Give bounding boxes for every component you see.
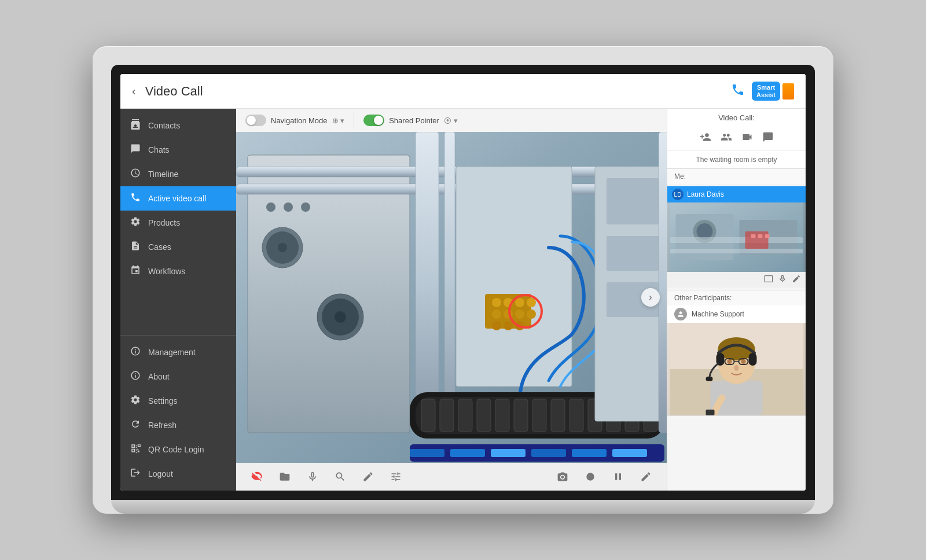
sidebar-item-timeline[interactable]: Timeline xyxy=(120,162,236,186)
navigation-mode-icon: ⊕ ▾ xyxy=(332,116,345,125)
qr-code-icon xyxy=(130,443,141,456)
settings-sliders-icon[interactable] xyxy=(387,467,405,486)
refresh-label: Refresh xyxy=(148,421,177,430)
timeline-icon xyxy=(130,168,141,180)
machine-svg xyxy=(236,132,667,463)
my-name: Laura Davis xyxy=(687,190,724,198)
svg-rect-20 xyxy=(456,167,572,386)
bottom-left-tools xyxy=(248,467,405,486)
toolbar-divider xyxy=(354,113,354,127)
sidebar-item-about[interactable]: About xyxy=(120,364,236,389)
sidebar-item-active-video-call[interactable]: Active video call xyxy=(120,186,236,211)
bottom-right-tools xyxy=(553,467,655,486)
header-actions: Smart Assist xyxy=(731,82,794,101)
svg-point-14 xyxy=(284,202,293,212)
sidebar-item-products[interactable]: Products xyxy=(120,211,236,235)
refresh-icon xyxy=(130,419,141,432)
sidebar-item-cases[interactable]: Cases xyxy=(120,235,236,259)
pencil-icon[interactable] xyxy=(359,467,377,486)
svg-rect-36 xyxy=(421,399,435,432)
svg-rect-38 xyxy=(458,399,472,432)
thumbnail-screen-icon[interactable] xyxy=(764,274,773,285)
svg-rect-72 xyxy=(765,234,770,238)
sidebar-item-qr-code[interactable]: QR Code Login xyxy=(120,437,236,462)
back-button[interactable]: ‹ xyxy=(132,84,136,98)
phone-icon[interactable] xyxy=(731,83,745,100)
machine-video-canvas xyxy=(236,132,667,463)
camera-icon[interactable] xyxy=(741,131,753,146)
chats-label: Chats xyxy=(148,145,170,154)
glasses-icon[interactable] xyxy=(248,467,266,486)
svg-rect-88 xyxy=(706,377,713,381)
center-video-area: Navigation Mode ⊕ ▾ Shared Pointer ⦿ ▾ xyxy=(236,109,667,491)
svg-point-26 xyxy=(492,310,501,319)
svg-point-24 xyxy=(515,298,524,307)
svg-rect-41 xyxy=(514,399,528,432)
video-toolbar: Navigation Mode ⊕ ▾ Shared Pointer ⦿ ▾ xyxy=(236,109,667,132)
svg-rect-87 xyxy=(749,353,757,366)
sidebar-item-logout[interactable]: Logout xyxy=(120,462,236,486)
thumbnail-mic-icon[interactable] xyxy=(778,274,787,285)
add-user-icon[interactable] xyxy=(700,131,711,146)
svg-rect-58 xyxy=(607,236,659,271)
machine-support-participant: Machine Support xyxy=(667,305,806,323)
shared-pointer-toggle[interactable] xyxy=(363,115,384,126)
sidebar-item-management[interactable]: Management xyxy=(120,340,236,364)
sidebar-item-workflows[interactable]: Workflows xyxy=(120,259,236,283)
microphone-icon[interactable] xyxy=(303,467,322,486)
bottom-toolbar xyxy=(236,463,667,491)
record-icon[interactable] xyxy=(581,467,600,486)
smart-assist-badge[interactable]: Smart Assist xyxy=(752,82,794,101)
svg-rect-70 xyxy=(751,234,756,238)
machine-support-name: Machine Support xyxy=(692,310,744,318)
navigation-mode-label: Navigation Mode xyxy=(271,116,328,125)
shared-pointer-label: Shared Pointer xyxy=(389,116,439,125)
settings-icon xyxy=(130,395,141,407)
pause-icon[interactable] xyxy=(609,467,627,486)
svg-point-83 xyxy=(727,359,732,364)
page-title: Video Call xyxy=(145,84,731,99)
sidebar: Contacts Chats Timeline Active video cal… xyxy=(120,109,236,491)
svg-point-84 xyxy=(741,359,746,364)
edit-icon[interactable] xyxy=(637,467,655,486)
folder-icon[interactable] xyxy=(275,467,294,486)
waiting-room-status: The waiting room is empty xyxy=(667,150,806,168)
sidebar-bottom-section: Management About Settings Refresh QR Cod… xyxy=(120,335,236,491)
video-call-section: Video Call: xyxy=(667,109,806,169)
zoom-icon[interactable] xyxy=(331,467,350,486)
sidebar-item-chats[interactable]: Chats xyxy=(120,138,236,162)
other-participants-section: Other Participants: Machine Support xyxy=(667,290,806,416)
support-video-svg xyxy=(667,323,806,415)
video-stream-area[interactable]: › xyxy=(236,132,667,463)
svg-rect-2 xyxy=(248,155,410,433)
sidebar-item-contacts[interactable]: Contacts xyxy=(120,113,236,138)
sidebar-item-settings[interactable]: Settings xyxy=(120,389,236,413)
about-label: About xyxy=(148,372,170,381)
qr-code-label: QR Code Login xyxy=(148,445,204,454)
svg-rect-37 xyxy=(440,399,454,432)
chat-icon[interactable] xyxy=(762,131,774,146)
sidebar-item-refresh[interactable]: Refresh xyxy=(120,413,236,437)
my-video-thumbnail: LD Laura Davis xyxy=(667,186,806,288)
svg-point-13 xyxy=(266,202,275,212)
svg-point-28 xyxy=(515,310,524,319)
navigation-mode-toggle[interactable] xyxy=(245,115,266,126)
logout-icon xyxy=(130,467,141,480)
products-icon xyxy=(130,216,141,229)
svg-rect-52 xyxy=(491,449,526,457)
thumbnail-edit-icon[interactable] xyxy=(792,274,801,285)
settings-label: Settings xyxy=(148,396,178,406)
svg-point-66 xyxy=(697,223,713,240)
nav-right-arrow[interactable]: › xyxy=(641,288,660,307)
users-icon[interactable] xyxy=(721,131,732,146)
right-panel: Video Call: xyxy=(667,109,806,491)
camera-rotate-icon[interactable] xyxy=(553,467,572,486)
svg-rect-54 xyxy=(572,449,607,457)
svg-point-22 xyxy=(492,298,501,307)
svg-point-15 xyxy=(301,202,310,212)
workflows-icon xyxy=(130,265,141,278)
active-video-call-label: Active video call xyxy=(148,194,206,203)
logout-label: Logout xyxy=(148,469,173,478)
svg-point-5 xyxy=(278,243,287,252)
svg-rect-18 xyxy=(416,132,439,433)
